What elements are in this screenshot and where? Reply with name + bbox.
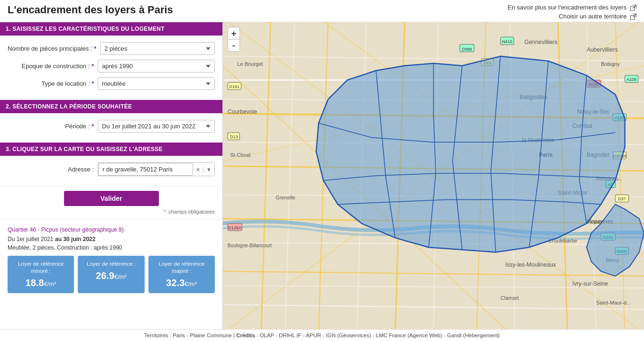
pieces-row: Nombre de pièces principales : * 2 pièce… [8,42,215,55]
period-line: Du 1er juillet 2021 au 30 juin 2022 [8,236,215,242]
svg-text:Gennevilliers: Gennevilliers [524,39,558,46]
pieces-select[interactable]: 2 pièces 1 pièce 3 pièces 4 pièces et pl… [100,42,215,55]
pieces-label: Nombre de pièces principales : * [8,45,100,52]
link-encadrement[interactable]: En savoir plus sur l'encadrement des loy… [507,4,636,11]
validate-button[interactable]: Valider [64,191,159,206]
section1-header: 1. SAISISSEZ LES CARACTÉRISTIQUES DU LOG… [0,22,222,36]
periode-label: Période : * [8,123,98,130]
desc-line: Meublée, 2 pièces, Construction : après … [8,244,215,251]
required-note: *: champs obligatoires [8,209,215,215]
loyer-card-reference: Loyer de référence : 26.9€/m² [78,256,144,293]
address-dropdown-button[interactable]: ▼ [203,167,214,172]
svg-text:D126A: D126A [228,225,242,230]
type-location-label: Type de location : * [8,80,98,87]
svg-text:Aubervilliers: Aubervilliers [587,46,618,53]
svg-text:D37: D37 [618,197,626,202]
territories-label: Territoires [144,332,168,338]
loyer-card-minore: Loyer de référence minoré : 18.8€/m² [8,256,74,293]
svg-text:A105: A105 [626,77,636,82]
svg-text:Grenelle: Grenelle [276,195,295,201]
left-panel: 1. SAISISSEZ LES CARACTÉRISTIQUES DU LOG… [0,22,223,329]
svg-text:D13: D13 [230,135,238,139]
credits-label: Crédits [236,332,255,338]
section3-header: 3. CLIQUEZ SUR LA CARTE OU SAISISSEZ L'A… [0,143,222,156]
type-location-row: Type de location : * meublée non meublée [8,77,215,90]
loyer-reference-label: Loyer de référence : [82,260,140,268]
loyer-majore-value: 32.3€/m² [152,278,211,288]
zoom-out-button[interactable]: - [228,39,240,52]
svg-text:N410: N410 [502,40,513,45]
svg-text:D986: D986 [462,47,472,52]
periode-row: Période : * Du 1er juillet 2021 au 30 ju… [8,120,215,133]
footer: Territoires : Paris - Plaine Commune | C… [0,329,644,341]
section3-form: Adresse : × ▼ [0,156,222,186]
external-link-icon-2 [630,14,636,20]
top-links: En savoir plus sur l'encadrement des loy… [507,4,636,20]
loyer-cards: Loyer de référence minoré : 18.8€/m² Loy… [8,256,215,293]
loyer-card-majore: Loyer de référence majoré : 32.3€/m² [148,256,215,293]
validate-section: Valider *: champs obligatoires [0,186,222,220]
map-controls: + - [228,27,240,52]
link-territoire[interactable]: Choisir un autre territoire [559,13,636,20]
type-location-select[interactable]: meublée non meublée [98,77,215,90]
svg-text:Saint-Maur-d...: Saint-Maur-d... [596,300,631,306]
svg-text:D161: D161 [229,84,239,89]
epoque-label: Epoque de construction : * [8,63,98,70]
epoque-row: Epoque de construction : * après 1990 av… [8,60,215,72]
svg-text:Issy-les-Moulineaux: Issy-les-Moulineaux [505,261,556,268]
map-background: Gennevilliers Aubervilliers Le Bourget B… [223,22,644,329]
loyer-minore-value: 18.8€/m² [11,278,70,288]
loyer-reference-value: 26.9€/m² [82,270,140,281]
svg-text:Clamart: Clamart [500,295,519,301]
svg-text:Courbevoie: Courbevoie [228,108,257,115]
svg-text:Ivry-sur-Seine: Ivry-sur-Seine [572,280,608,287]
section2-header: 2. SÉLECTIONNEZ LA PÉRIODE SOUHAITÉE [0,100,222,113]
credits-value: OLAP - DRIHL IF - APUR - IGN (Géoservice… [259,332,500,338]
svg-text:Le Bourget: Le Bourget [237,61,263,67]
section2-form: Période : * Du 1er juillet 2021 au 30 ju… [0,113,222,143]
adresse-label: Adresse : [8,166,98,173]
main-content: 1. SAISISSEZ LES CARACTÉRISTIQUES DU LOG… [0,22,644,329]
quartier-title: Quartier 46 - Picpus (secteur géographiq… [8,225,215,233]
clear-address-button[interactable]: × [193,166,203,173]
address-input-wrapper: × ▼ [98,162,215,176]
epoque-select[interactable]: après 1990 avant 1946 1946-1970 1971-199… [98,60,215,72]
svg-text:Bobigny: Bobigny [601,61,620,67]
svg-text:Boulogne-Billancourt: Boulogne-Billancourt [228,243,272,248]
svg-marker-85 [316,56,625,252]
territories-value: Paris - Plaine Commune [173,332,232,338]
periode-select[interactable]: Du 1er juillet 2021 au 30 juin 2022 Du 1… [98,120,215,133]
results-section: Quartier 46 - Picpus (secteur géographiq… [0,220,222,299]
external-link-icon [630,5,636,11]
adresse-row: Adresse : × ▼ [8,162,215,176]
loyer-majore-label: Loyer de référence majoré : [152,260,211,275]
loyer-minore-label: Loyer de référence minoré : [11,260,70,275]
svg-text:St-Cloud: St-Cloud [230,152,250,158]
map-area[interactable]: Gennevilliers Aubervilliers Le Bourget B… [223,22,644,329]
zoom-in-button[interactable]: + [228,27,240,39]
top-header: L'encadrement des loyers à Paris En savo… [0,0,644,22]
adresse-input[interactable] [98,163,193,176]
page-title: L'encadrement des loyers à Paris [8,4,173,16]
section1-form: Nombre de pièces principales : * 2 pièce… [0,36,222,100]
